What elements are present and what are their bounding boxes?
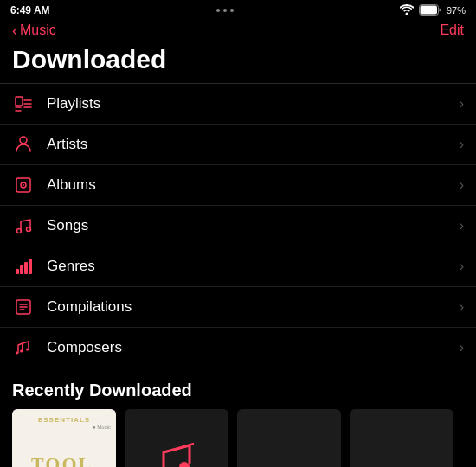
svg-point-12 (17, 229, 22, 234)
battery-percent: 97% (447, 5, 466, 16)
svg-point-24 (26, 349, 29, 351)
chevron-right-composers: › (460, 340, 464, 355)
songs-label: Songs (47, 217, 88, 234)
chevron-right-compilations: › (460, 299, 464, 315)
menu-item-songs[interactable]: Songs › (0, 206, 476, 246)
playlists-icon (12, 94, 35, 113)
artists-label: Artists (47, 136, 87, 153)
menu-item-genres[interactable]: Genres › (0, 246, 476, 287)
back-label: Music (20, 22, 56, 38)
svg-point-27 (179, 462, 190, 467)
albums-label: Albums (47, 176, 96, 194)
svg-rect-1 (420, 5, 437, 14)
edit-button[interactable]: Edit (440, 22, 464, 38)
compilations-icon (12, 297, 35, 317)
recently-downloaded-list: ESSENTIALS ● Music TOOL TOOL Essentials … (0, 409, 476, 467)
playlists-label: Playlists (47, 95, 100, 112)
menu-list: Playlists › Artists › (0, 83, 476, 368)
svg-point-11 (23, 184, 24, 186)
songs-icon (12, 216, 35, 235)
svg-text:TOOL: TOOL (31, 453, 93, 467)
genres-label: Genres (47, 258, 95, 275)
menu-item-albums[interactable]: Albums › (0, 165, 476, 206)
svg-point-23 (20, 350, 23, 353)
battery-icon (419, 4, 441, 17)
status-center-dots (216, 9, 234, 12)
menu-item-playlists[interactable]: Playlists › (0, 84, 476, 125)
recently-downloaded-title: Recently Downloaded (0, 368, 476, 409)
back-chevron-icon: ‹ (12, 22, 17, 38)
album-art-captain-fantastic (350, 409, 453, 467)
svg-point-8 (20, 137, 27, 144)
chevron-right-genres: › (460, 259, 464, 274)
svg-rect-16 (24, 262, 28, 274)
artists-icon (12, 135, 35, 154)
composers-icon (12, 338, 35, 357)
album-art-classical (125, 409, 228, 467)
nav-bar: ‹ Music Edit (0, 21, 476, 43)
svg-rect-15 (20, 265, 23, 274)
menu-item-artists[interactable]: Artists › (0, 125, 476, 165)
status-dot-1 (216, 9, 220, 12)
chevron-right-artists: › (460, 137, 464, 152)
status-time: 6:49 AM (10, 4, 50, 16)
status-right: 97% (400, 4, 466, 17)
back-button[interactable]: ‹ Music (12, 22, 56, 38)
status-dot-2 (223, 9, 227, 12)
menu-item-compilations[interactable]: Compilations › (0, 287, 476, 328)
composers-label: Composers (47, 339, 122, 356)
genres-icon (12, 257, 35, 276)
wifi-icon (400, 4, 414, 16)
status-bar: 6:49 AM 97% (0, 0, 476, 21)
menu-item-composers[interactable]: Composers › (0, 328, 476, 368)
status-dot-3 (230, 9, 234, 12)
album-art-kings-speech (237, 409, 341, 467)
svg-point-13 (27, 227, 31, 232)
chevron-right-songs: › (460, 218, 464, 234)
chevron-right-albums: › (460, 177, 464, 193)
album-art-tool: ESSENTIALS ● Music TOOL (12, 409, 116, 467)
svg-line-28 (174, 444, 194, 450)
albums-icon (12, 176, 35, 195)
chevron-right-playlists: › (460, 96, 464, 112)
svg-rect-17 (29, 259, 32, 274)
compilations-label: Compilations (47, 298, 132, 316)
page-title: Downloaded (0, 43, 476, 83)
album-item-classical[interactable]: Classical Matthew Cone (125, 409, 228, 467)
svg-point-22 (16, 352, 18, 355)
album-item-kings-speech[interactable]: The King's Speech (Ori... Alexandre Desp… (237, 409, 341, 467)
tool-logo: TOOL (29, 451, 99, 467)
album-item-captain-fantastic[interactable]: Captain Fantastic (Mus... Alex Somers (350, 409, 453, 467)
album-item-tool[interactable]: ESSENTIALS ● Music TOOL TOOL Essentials … (12, 409, 116, 467)
svg-rect-14 (16, 269, 19, 274)
svg-rect-2 (16, 97, 23, 106)
